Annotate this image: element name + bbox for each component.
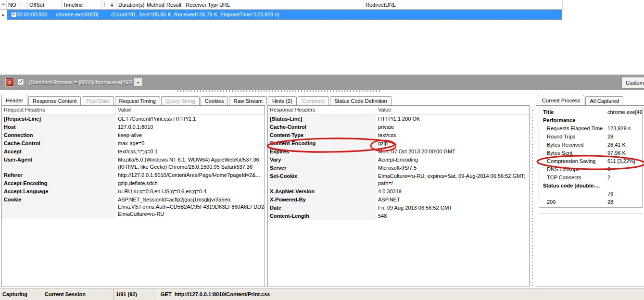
- summary-label: Bytes Received: [547, 141, 583, 149]
- filter-enabled-checkbox[interactable]: ✓: [18, 79, 24, 85]
- header-row-vary[interactable]: VaryAccept-Encoding: [268, 156, 529, 164]
- response-headers-column[interactable]: Response Headers: [268, 106, 376, 114]
- header-row-set-cookie[interactable]: Set-CookieElmaCulture=ru-RU; expires=Sat…: [268, 172, 529, 188]
- header-row-cache-control[interactable]: Cache-Controlmax-age=0: [2, 139, 265, 148]
- summary-label: Performance: [543, 116, 575, 125]
- remove-filter-button[interactable]: x: [6, 78, 13, 86]
- header-row-server[interactable]: ServerMicrosoft-IIS/7.5: [268, 164, 529, 172]
- column-header-method[interactable]: Method: [145, 0, 165, 9]
- summary-row-round-trips[interactable]: Round Trips28: [539, 133, 642, 141]
- header-row-accept[interactable]: Accepttext/css,*/*;q=0.1: [2, 148, 265, 156]
- header-value: gzip,deflate,sdch: [116, 179, 265, 188]
- header-row-date[interactable]: DateFri, 09 Aug 2013 06:56:52 GMT: [268, 204, 529, 212]
- header-row-cookie[interactable]: CookieASP.NET_SessionId=acflp2jgucj1msgl…: [2, 196, 265, 218]
- header-row-referer[interactable]: Refererhttp://127.0.0.1:8010/ContentArea…: [2, 171, 265, 179]
- header-name: Accept-Encoding: [2, 179, 116, 188]
- header-value: Accept-Encoding: [376, 156, 529, 164]
- tab-all-captured[interactable]: All Captured: [585, 96, 623, 105]
- grid-header-row: ☰NO△☆OffSetTimeline!#Duration(s)MethodRe…: [0, 0, 563, 10]
- column-header-item[interactable]: !: [102, 0, 109, 9]
- header-name: Connection: [2, 131, 116, 139]
- summary-row-200[interactable]: 20028: [539, 198, 642, 206]
- header-row-user-agent[interactable]: User-AgentMozilla/5.0 (Windows NT 6.1; W…: [2, 156, 265, 171]
- summary-row-dns-lookups[interactable]: DNS Lookups0: [539, 165, 642, 174]
- summary-row-title[interactable]: Titlechrome.exe[4920]: [539, 108, 642, 116]
- header-row-status-line[interactable]: [Status-Line]HTTP/1.1 200 OK: [268, 115, 529, 123]
- expand-icon[interactable]: +: [11, 12, 16, 17]
- row-arrow-icon: ▸: [2, 12, 5, 17]
- header-value: HTTP/1.1 200 OK: [376, 115, 529, 123]
- column-label: OffSet: [29, 2, 44, 8]
- summary-value: chrome.exe[4920]: [607, 108, 642, 116]
- summary-row-bytes-received[interactable]: Bytes Received28,41 K: [539, 141, 642, 149]
- tab-cookies[interactable]: Cookies: [201, 96, 228, 105]
- summary-row-requests-elapsed-time[interactable]: Requests Elapsed Time123,929 s: [539, 125, 642, 133]
- request-headers-column[interactable]: Request Headers: [2, 106, 116, 114]
- header-value-line: 4.0.30319: [378, 188, 527, 195]
- header-row-connection[interactable]: Connectionkeep-alive: [2, 131, 265, 139]
- header-value-line: (KHTML, like Gecko) Chrome/28.0.1500.95 …: [118, 163, 263, 171]
- header-value: text/css,*/*;q=0.1: [116, 148, 265, 156]
- column-header-star[interactable]: ☆: [21, 0, 28, 9]
- summary-row-performance[interactable]: Performance: [539, 116, 642, 125]
- header-name: Host: [2, 123, 116, 131]
- column-header-received[interactable]: Received: [184, 0, 206, 9]
- summary-label: 200: [547, 198, 556, 206]
- header-row-accept-language[interactable]: Accept-Languageru-RU,ru;q=0.8,en-US;q=0.…: [2, 188, 265, 196]
- http-analyzer-window: ☰NO△☆OffSetTimeline!#Duration(s)MethodRe…: [0, 0, 644, 300]
- header-row-cache-control[interactable]: Cache-Controlprivate: [268, 123, 529, 131]
- request-value-column[interactable]: Value: [116, 106, 265, 114]
- summary-value: 611 [3,22%]: [607, 157, 642, 165]
- customize-button[interactable]: Customize: [621, 77, 644, 88]
- current-row-marker: ▸: [0, 10, 7, 20]
- header-row-x-powered-by[interactable]: X-Powered-ByASP.NET: [268, 196, 529, 204]
- header-value-line: http://127.0.0.1:8010/ContentArea/Page/H…: [118, 172, 263, 179]
- column-header-redirecturl[interactable]: RedirectURL: [364, 0, 563, 9]
- tab-status-code-definition[interactable]: Status Code Definition: [330, 96, 391, 105]
- summary-value: 123,929 s: [607, 125, 642, 133]
- column-header-url[interactable]: URL: [218, 0, 364, 9]
- column-header-type[interactable]: Type: [206, 0, 218, 9]
- column-header-result[interactable]: Result: [165, 0, 184, 9]
- header-row-accept-encoding[interactable]: Accept-Encodinggzip,deflate,sdch: [2, 179, 265, 188]
- tab-response-content[interactable]: Response Content: [28, 96, 81, 105]
- summary-row-compression-saving[interactable]: Compression Saving611 [3,22%]: [539, 157, 642, 165]
- grid-menu-icon[interactable]: ☰: [0, 0, 7, 9]
- column-header-duration-s[interactable]: Duration(s): [117, 0, 145, 9]
- header-row-content-length[interactable]: Content-Length548: [268, 212, 529, 220]
- column-header-no[interactable]: NO△: [7, 0, 21, 9]
- tab-current-process[interactable]: Current Process: [538, 95, 584, 105]
- tab-header[interactable]: Header: [1, 95, 27, 105]
- filter-dropdown-button[interactable]: ▼: [133, 78, 143, 87]
- header-value-line: text/css,*/*;q=0.1: [118, 148, 263, 155]
- header-name: Content-Encoding: [268, 139, 376, 148]
- header-row-content-encoding[interactable]: Content-Encodinggzip: [268, 139, 529, 148]
- column-label: NO: [8, 2, 16, 8]
- response-value-column[interactable]: Value: [376, 106, 529, 114]
- header-value-line: keep-alive: [118, 132, 263, 139]
- request-table-header: Request Headers Value: [2, 106, 265, 115]
- summary-row-blank[interactable]: 76: [539, 190, 642, 198]
- header-row-request-line[interactable]: [Request-Line]GET /Content/Print.css HTT…: [2, 115, 265, 123]
- header-value-line: gzip,deflate,sdch: [118, 180, 263, 187]
- selected-request-row[interactable]: + 00:00:00.000 chrome.exe[4920] (Count=9…: [7, 10, 562, 20]
- column-header-item[interactable]: #: [109, 0, 117, 9]
- summary-row-status-code-double[interactable]: Status code [double-...: [539, 182, 642, 190]
- tab-request-timing[interactable]: Request Timing: [115, 96, 160, 105]
- header-name: Cache-Control: [268, 123, 376, 131]
- header-value-line: gzip: [378, 140, 527, 147]
- summary-row-tcp-connects[interactable]: TCP Connects2: [539, 174, 642, 182]
- header-row-host[interactable]: Host127.0.0.1:8010: [2, 123, 265, 131]
- header-row-content-type[interactable]: Content-Typetext/css: [268, 131, 529, 139]
- horizontal-splitter[interactable]: [177, 90, 381, 92]
- summary-label: Round Trips: [547, 133, 575, 141]
- tab-hints-2[interactable]: Hints (2): [268, 96, 297, 105]
- header-row-x-aspnet-version[interactable]: X-AspNet-Version4.0.30319: [268, 188, 529, 196]
- tab-raw-stream[interactable]: Raw Stream: [229, 96, 267, 105]
- column-header-offset[interactable]: OffSet: [28, 0, 62, 9]
- column-header-timeline[interactable]: Timeline: [62, 0, 102, 9]
- header-row-expires[interactable]: ExpiresMon, 07 Oct 2013 20:00:00 GMT: [268, 148, 529, 156]
- summary-row-bytes-sent[interactable]: Bytes Sent97,96 K: [539, 149, 642, 157]
- vertical-splitter[interactable]: [532, 108, 533, 286]
- header-value-line: text/css: [378, 132, 527, 139]
